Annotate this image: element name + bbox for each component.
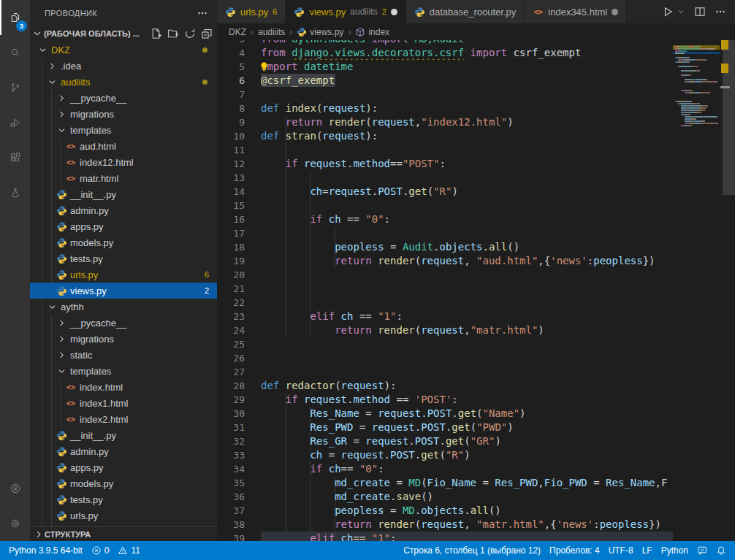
code-line-15[interactable]: 15 [217, 199, 735, 212]
activity-search-button[interactable] [0, 35, 30, 70]
code-line-25[interactable]: 25 [217, 337, 735, 351]
collapse-folders-icon[interactable] [201, 28, 213, 39]
outline-section-header[interactable]: СТРУКТУРА [30, 526, 217, 541]
code-line-26[interactable]: 26 [217, 351, 735, 365]
status-feedback-button[interactable] [693, 545, 712, 556]
status-eol-sequence[interactable]: LF [638, 545, 657, 556]
tree-item-models.py[interactable]: models.py [30, 475, 217, 491]
code-line-36[interactable]: 36 md_create.save() [217, 490, 735, 504]
workspace-section-header[interactable]: (РАБОЧАЯ ОБЛАСТЬ) ... [30, 26, 217, 42]
activity-source-control-button[interactable] [0, 70, 30, 105]
code-line-23[interactable]: 23 elif ch == "1": [217, 310, 735, 323]
tree-item-__init__.py[interactable]: __init__.py [30, 427, 217, 443]
code-line-7[interactable]: 7 [217, 88, 735, 101]
run-dropdown-icon[interactable] [677, 7, 685, 16]
status-problems-warnings[interactable]: 11 [113, 545, 144, 556]
refresh-explorer-icon[interactable] [184, 28, 196, 39]
tree-item-.idea[interactable]: .idea [30, 58, 217, 74]
tree-item-aythh[interactable]: aythh [30, 299, 217, 315]
tab-index345.html[interactable]: <>index345.html [525, 0, 627, 23]
code-line-18[interactable]: 18 peopless = Audit.objects.all() [217, 240, 735, 254]
code-line-14[interactable]: 14 ch=request.POST.get("R") [217, 185, 735, 199]
tree-item-index.html[interactable]: <>index.html [30, 379, 217, 395]
code-line-34[interactable]: 34 if ch== "0": [217, 462, 735, 476]
code-line-30[interactable]: 30 Res_Name = request.POST.get("Name") [217, 407, 735, 421]
status-python-interpreter[interactable]: Python 3.9.5 64-bit [4, 545, 87, 556]
code-line-29[interactable]: 29 if request.method == 'POST': [217, 393, 735, 407]
activity-account-button[interactable] [0, 471, 30, 506]
tab-urls.py[interactable]: urls.py6 [217, 0, 286, 23]
tree-item-static[interactable]: static [30, 347, 217, 363]
more-actions-button-icon[interactable] [715, 6, 726, 18]
tree-item-audiiits[interactable]: audiiits [30, 74, 217, 90]
tree-item-index2.html[interactable]: <>index2.html [30, 411, 217, 427]
code-line-11[interactable]: 11 [217, 143, 735, 157]
code-editor[interactable]: 3from aythh.models import MD,Audit4from … [217, 40, 735, 541]
code-line-21[interactable]: 21 [217, 282, 735, 296]
code-line-35[interactable]: 35 md_create = MD(Fio_Name = Res_PWD,Fio… [217, 476, 735, 490]
tree-item-tests.py[interactable]: tests.py [30, 491, 217, 507]
code-line-5[interactable]: 5import datetime [217, 60, 735, 74]
tree-item-admin.py[interactable]: admin.py [30, 202, 217, 218]
tree-item-aud.html[interactable]: <>aud.html [30, 138, 217, 154]
breadcrumb-item-DKZ[interactable]: DKZ [229, 27, 246, 37]
breadcrumb-item-views.py[interactable]: views.py [297, 27, 343, 37]
tree-item-models.py[interactable]: models.py [30, 234, 217, 250]
activity-explorer-button[interactable]: 3 [0, 0, 30, 35]
code-line-31[interactable]: 31 Res_PWD = request.POST.get("PWD") [217, 421, 735, 434]
code-line-32[interactable]: 32 Res_GR = request.POST.get("GR") [217, 434, 735, 448]
code-line-33[interactable]: 33 ch = request.POST.get("R") [217, 448, 735, 462]
status-notifications-bell[interactable] [712, 545, 731, 556]
activity-extensions-button[interactable] [0, 140, 30, 175]
tree-item-index12.html[interactable]: <>index12.html [30, 154, 217, 170]
code-line-12[interactable]: 12 if request.method=="POST": [217, 157, 735, 171]
code-line-16[interactable]: 16 if ch == "0": [217, 212, 735, 226]
breadcrumb-item-audiiits[interactable]: audiiits [258, 27, 285, 37]
tree-item-migrations[interactable]: migrations [30, 331, 217, 347]
views-and-more-actions-icon[interactable] [197, 7, 208, 19]
code-line-17[interactable]: 17 [217, 226, 735, 240]
new-file-icon[interactable] [151, 28, 162, 39]
code-line-28[interactable]: 28def redactor(request): [217, 379, 735, 393]
run-button-icon[interactable] [662, 6, 674, 18]
tab-database_roouter.py[interactable]: database_roouter.py [406, 0, 525, 23]
scrollbar[interactable] [720, 40, 735, 541]
tree-item-tests.py[interactable]: tests.py [30, 250, 217, 266]
status-language-mode[interactable]: Python [657, 545, 693, 556]
code-line-9[interactable]: 9 return render(request,"index12.html") [217, 115, 735, 129]
activity-settings-button[interactable] [0, 506, 30, 541]
tree-item-urls.py[interactable]: urls.py6 [30, 266, 217, 283]
minimap[interactable] [673, 40, 720, 541]
tree-item-__pycache__[interactable]: __pycache__ [30, 90, 217, 106]
tree-item-migrations[interactable]: migrations [30, 106, 217, 122]
code-line-37[interactable]: 37 peopless = MD.objects.all() [217, 504, 735, 518]
code-line-19[interactable]: 19 return render(request, "aud.html",{'n… [217, 254, 735, 268]
status-problems-errors[interactable]: 0 [87, 545, 114, 556]
code-line-20[interactable]: 20 [217, 268, 735, 282]
code-line-10[interactable]: 10def stran(request): [217, 129, 735, 143]
tree-item-urls.py[interactable]: urls.py [30, 507, 217, 523]
new-folder-icon[interactable] [167, 28, 179, 39]
tree-item-views.py[interactable]: views.py [30, 523, 217, 526]
status-encoding[interactable]: UTF-8 [604, 545, 638, 556]
code-line-22[interactable]: 22 [217, 296, 735, 310]
tab-views.py[interactable]: views.pyaudiiits2 [286, 0, 405, 23]
tree-item-templates[interactable]: templates [30, 122, 217, 138]
lightbulb-icon[interactable] [259, 61, 270, 72]
tree-item-__init__.py[interactable]: __init__.py [30, 186, 217, 202]
code-line-39[interactable]: 39 elif ch== "1": [217, 532, 735, 541]
tree-item-templates[interactable]: templates [30, 363, 217, 379]
tree-item-apps.py[interactable]: apps.py [30, 218, 217, 234]
code-line-3[interactable]: 3from aythh.models import MD,Audit [217, 40, 735, 46]
split-editor-button-icon[interactable] [694, 6, 706, 18]
code-line-24[interactable]: 24 return render(request,"matr.html") [217, 323, 735, 337]
tree-item-apps.py[interactable]: apps.py [30, 459, 217, 475]
activity-run-debug-button[interactable] [0, 105, 30, 140]
tree-item-__pycache__[interactable]: __pycache__ [30, 315, 217, 331]
activity-testing-button[interactable] [0, 175, 30, 210]
tree-item-admin.py[interactable]: admin.py [30, 443, 217, 459]
status-indentation[interactable]: Пробелов: 4 [545, 545, 604, 556]
code-line-4[interactable]: 4from django.views.decorators.csrf impor… [217, 46, 735, 60]
tree-item-matr.html[interactable]: <>matr.html [30, 170, 217, 186]
tree-item-index1.html[interactable]: <>index1.html [30, 395, 217, 411]
